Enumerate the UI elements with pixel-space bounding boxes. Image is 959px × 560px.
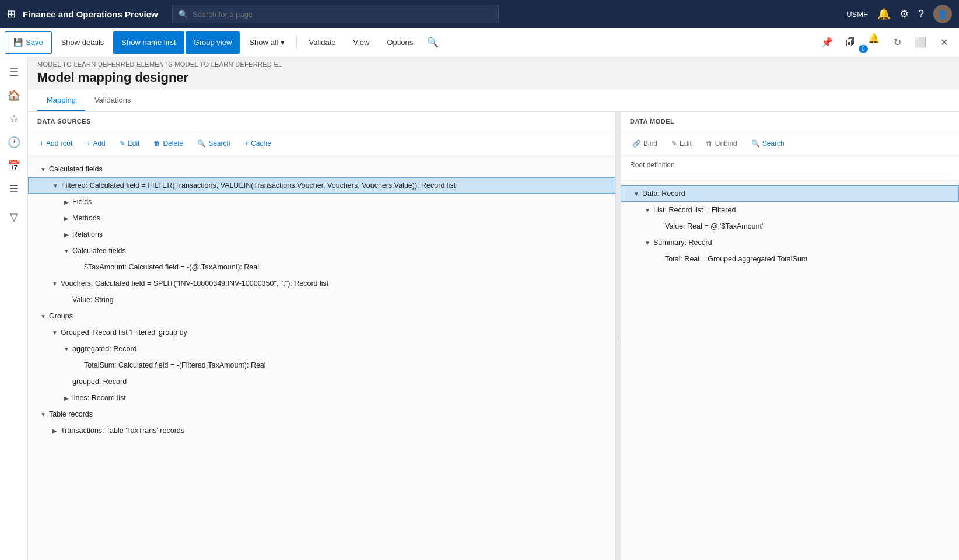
expand-icon-11[interactable] [61,343,72,355]
expand-icon-14[interactable] [61,392,72,404]
dm-expand-icon-4 [653,253,665,265]
sidebar-icon-home[interactable]: 🏠 [4,85,24,106]
tree-row[interactable]: TotalSum: Calculated field = -(Filtered.… [28,357,615,373]
sidebar-icon-favorites[interactable]: ☆ [4,108,24,130]
save-button[interactable]: 💾 Save [5,32,52,54]
split-divider[interactable]: ⋮ [616,112,621,560]
copy-icon[interactable]: 🗐 [840,32,861,53]
tree-node-text: Transactions: Table 'TaxTrans' records [61,426,611,435]
add-root-button[interactable]: + Add root [34,135,78,152]
root-definition: Root definition [621,156,959,181]
validate-button[interactable]: Validate [300,32,344,54]
tree-node-text: Vouchers: Calculated field = SPLIT("INV-… [61,279,611,288]
expand-icon-10[interactable] [49,327,61,338]
grid-icon[interactable]: ⊞ [7,8,16,20]
tree-node-text: Grouped: Record list 'Filtered' group by [61,328,611,337]
global-search-input[interactable] [192,10,492,19]
help-icon[interactable]: ? [918,8,924,20]
tree-row[interactable]: $TaxAmount: Calculated field = -(@.TaxAm… [28,259,615,275]
tree-node-text: $TaxAmount: Calculated field = -(@.TaxAm… [84,263,611,271]
add-button[interactable]: + Add [80,135,111,152]
tree-row[interactable]: Vouchers: Calculated field = SPLIT("INV-… [28,275,615,292]
tree-row[interactable]: Fields [28,194,615,210]
expand-icon-2[interactable] [61,196,72,208]
dm-expand-icon-0[interactable] [631,188,642,200]
expand-icon-9[interactable] [37,310,49,322]
avatar[interactable]: 👤 [933,5,952,23]
tree-row[interactable]: Groups [28,308,615,324]
dm-expand-icon-1[interactable] [642,204,653,216]
search-toolbar-icon[interactable]: 🔍 [422,32,443,53]
expand-icon-0[interactable] [37,163,49,175]
delete-ds-button[interactable]: 🗑 Delete [148,135,189,152]
global-search-bar[interactable]: 🔍 [172,5,499,23]
unbind-button[interactable]: 🗑 Unbind [700,135,743,152]
tab-validations[interactable]: Validations [85,90,141,111]
tree-row[interactable]: Relations [28,226,615,243]
pin-icon[interactable]: 📌 [817,32,838,53]
unbind-icon: 🗑 [706,139,713,148]
expand-icon-4[interactable] [61,229,72,240]
tree-row[interactable]: Methods [28,210,615,226]
sidebar-icon-recent[interactable]: 🕐 [4,132,24,153]
tree-row[interactable]: lines: Record list [28,390,615,406]
expand-icon-7[interactable] [49,278,61,289]
refresh-icon[interactable]: ↻ [887,32,908,53]
options-button[interactable]: Options [379,32,421,54]
expand-icon-1[interactable] [50,180,61,191]
main-toolbar: 💾 Save Show details Show name first Grou… [0,28,959,57]
tree-row[interactable]: Calculated fields [28,161,615,177]
left-sidebar: ☰ 🏠 ☆ 🕐 📅 ☰ ▽ [0,57,28,560]
cache-button[interactable]: + Cache [239,135,277,152]
expand-icon-16[interactable] [49,425,61,436]
tree-node-text: Relations [72,230,611,239]
username-label: USMF [846,10,868,19]
tree-node-text: TotalSum: Calculated field = -(Filtered.… [84,361,611,369]
notification-badge: 0 [859,45,868,52]
expand-icon-15[interactable] [37,408,49,420]
expand-icon-5[interactable] [61,245,72,257]
tree-row[interactable]: Value: String [28,292,615,308]
sidebar-icon-menu[interactable]: ☰ [4,62,24,83]
tree-row[interactable]: aggregated: Record [28,341,615,357]
dm-tree-row[interactable]: Summary: Record [621,235,959,251]
app-title: Finance and Operations Preview [23,9,158,19]
expand-icon-3[interactable] [61,212,72,224]
tree-row-selected[interactable]: Filtered: Calculated field = FILTER(Tran… [28,177,615,194]
dm-tree-row[interactable]: Total: Real = Grouped.aggregated.TotalSu… [621,251,959,267]
sidebar-icon-calendar[interactable]: 📅 [4,155,24,176]
save-icon: 💾 [13,38,23,47]
expand-icon-6 [72,261,84,273]
bell-icon[interactable]: 🔔 [877,8,890,20]
search-ds-button[interactable]: 🔍 Search [191,135,236,152]
show-details-button[interactable]: Show details [53,32,113,54]
tree-row[interactable]: Transactions: Table 'TaxTrans' records [28,422,615,439]
dm-tree-row-selected[interactable]: Data: Record [621,186,959,202]
sidebar-icon-list[interactable]: ☰ [4,178,24,200]
plus-icon-2: + [86,139,90,148]
filter-icon[interactable]: ▽ [4,206,24,228]
expand-icon-8 [61,294,72,306]
search-dm-button[interactable]: 🔍 Search [746,135,790,152]
dm-tree-row[interactable]: Value: Real = @.'$TaxAmount' [621,218,959,235]
tree-row[interactable]: Grouped: Record list 'Filtered' group by [28,324,615,341]
close-icon[interactable]: ✕ [933,32,954,53]
group-view-button[interactable]: Group view [186,32,240,54]
dm-expand-icon-3[interactable] [642,237,653,249]
tree-row[interactable]: Table records [28,406,615,422]
gear-icon[interactable]: ⚙ [900,8,909,20]
tree-row[interactable]: Calculated fields [28,243,615,259]
tree-row[interactable]: grouped: Record [28,373,615,390]
view-button[interactable]: View [345,32,377,54]
content-area: MODEL TO LEARN DEFERRED ELEMENTS MODEL T… [28,57,959,560]
expand-icon[interactable]: ⬜ [910,32,931,53]
edit-ds-button[interactable]: ✎ Edit [114,135,146,152]
search-icon: 🔍 [178,10,188,19]
tab-mapping[interactable]: Mapping [37,90,85,111]
dm-tree-row[interactable]: List: Record list = Filtered [621,202,959,218]
show-all-button[interactable]: Show all ▾ [241,32,293,54]
bind-button[interactable]: 🔗 Bind [626,135,663,152]
show-name-first-button[interactable]: Show name first [113,32,184,54]
edit-dm-button[interactable]: ✎ Edit [666,135,698,152]
edit-dm-icon: ✎ [671,139,677,148]
